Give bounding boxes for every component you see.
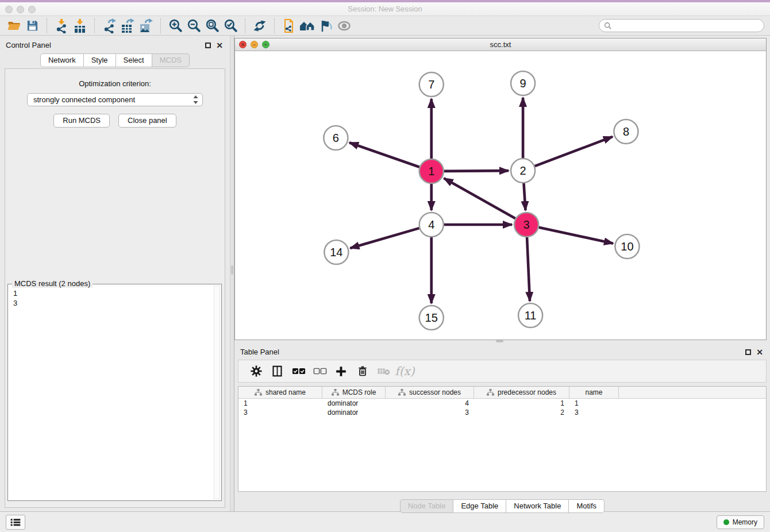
svg-text:15: 15 — [425, 311, 438, 324]
graph-node-3[interactable]: 3 — [514, 213, 538, 237]
table-row[interactable]: 3dominator323 — [238, 408, 766, 417]
optimization-criterion-label: Optimization criterion: — [5, 79, 225, 88]
table-cell[interactable]: 3 — [386, 408, 474, 417]
table-row[interactable]: 1dominator411 — [238, 399, 766, 408]
float-panel-icon[interactable] — [205, 43, 211, 48]
graph-node-7[interactable]: 7 — [419, 72, 444, 97]
table-cell[interactable]: 3 — [238, 408, 322, 417]
network-window-titlebar[interactable]: ✕ − + scc.txt — [235, 38, 766, 51]
table-cell[interactable]: dominator — [322, 399, 386, 407]
network-graph[interactable]: 7968124314101511 — [235, 51, 766, 340]
graph-node-9[interactable]: 9 — [511, 71, 535, 95]
criterion-select[interactable]: strongly connected component — [27, 93, 203, 106]
maximize-window-button[interactable] — [28, 6, 36, 13]
close-window-button[interactable] — [5, 6, 13, 13]
zoom-fit-icon[interactable] — [203, 18, 221, 34]
split-columns-icon[interactable] — [267, 365, 288, 377]
column-header-successor-nodes[interactable]: successor nodes — [386, 387, 474, 398]
svg-text:14: 14 — [330, 246, 342, 259]
table-cell[interactable]: 1 — [474, 399, 569, 407]
network-minimize-button[interactable]: − — [251, 41, 258, 48]
save-session-icon[interactable] — [23, 18, 41, 34]
toolbar-separator — [160, 18, 161, 33]
graph-node-10[interactable]: 10 — [615, 234, 639, 259]
graph-node-1[interactable]: 1 — [419, 159, 444, 183]
table-cell[interactable]: 2 — [474, 408, 569, 417]
table-cell[interactable]: 3 — [569, 408, 619, 417]
window-traffic-lights[interactable] — [5, 6, 36, 13]
tab-style[interactable]: Style — [84, 53, 116, 67]
tab-node-table[interactable]: Node Table — [400, 499, 454, 513]
network-canvas[interactable]: 7968124314101511 — [235, 51, 766, 340]
first-neighbors-icon[interactable] — [298, 18, 317, 34]
list-icon — [10, 517, 21, 527]
tab-edge-table[interactable]: Edge Table — [453, 499, 506, 513]
select-all-columns-icon[interactable] — [288, 367, 309, 375]
graph-edge-3-1[interactable] — [444, 178, 515, 218]
search-box[interactable] — [599, 19, 764, 32]
table-cell[interactable]: dominator — [322, 408, 386, 417]
run-mcds-button[interactable]: Run MCDS — [53, 114, 110, 128]
graph-node-11[interactable]: 11 — [518, 303, 542, 327]
export-image-icon[interactable] — [137, 18, 155, 34]
tab-mcds[interactable]: MCDS — [152, 53, 190, 67]
graph-edge-1-6[interactable] — [349, 142, 419, 167]
graph-node-14[interactable]: 14 — [324, 240, 348, 264]
divider-handle[interactable] — [231, 265, 233, 275]
import-network-icon[interactable] — [52, 18, 71, 34]
column-header-predecessor-nodes[interactable]: predecessor nodes — [474, 387, 569, 398]
graph-node-15[interactable]: 15 — [419, 306, 444, 330]
graph-edge-1-2[interactable] — [444, 171, 509, 171]
graph-node-8[interactable]: 8 — [614, 119, 638, 144]
graph-node-6[interactable]: 6 — [324, 126, 348, 150]
graph-node-4[interactable]: 4 — [419, 213, 444, 237]
column-header-MCDS-role[interactable]: MCDS role — [322, 387, 386, 398]
graph-edge-2-3[interactable] — [523, 183, 525, 210]
panel-divider-vertical[interactable] — [230, 36, 234, 511]
tab-network[interactable]: Network — [40, 53, 84, 67]
column-header-shared-name[interactable]: shared name — [238, 387, 322, 398]
minimize-window-button[interactable] — [17, 6, 24, 13]
new-network-from-selection-icon[interactable] — [280, 18, 298, 34]
table-cell[interactable]: 1 — [238, 399, 322, 407]
tab-motifs[interactable]: Motifs — [569, 499, 605, 513]
panel-list-button[interactable] — [6, 515, 25, 530]
export-network-icon[interactable] — [100, 18, 118, 34]
export-table-icon[interactable] — [118, 18, 137, 34]
svg-text:6: 6 — [333, 132, 339, 144]
table-panel-title: Table Panel — [240, 348, 279, 356]
hide-selected-icon[interactable] — [317, 18, 335, 34]
show-all-icon[interactable] — [335, 18, 353, 34]
table-settings-icon[interactable] — [245, 365, 267, 377]
zoom-selected-icon[interactable] — [221, 18, 240, 34]
tab-network-table[interactable]: Network Table — [506, 499, 569, 513]
zoom-out-icon[interactable] — [184, 18, 203, 34]
refresh-icon[interactable] — [251, 18, 269, 34]
add-column-icon[interactable] — [330, 365, 352, 377]
close-panel-icon[interactable]: ✕ — [756, 349, 763, 355]
result-scrollbar[interactable] — [214, 286, 220, 499]
float-panel-icon[interactable] — [745, 349, 751, 355]
import-table-icon[interactable] — [71, 18, 89, 34]
tab-select[interactable]: Select — [116, 53, 152, 67]
close-panel-icon[interactable]: ✕ — [216, 43, 223, 48]
table-cell[interactable]: 4 — [386, 399, 474, 407]
column-header-name[interactable]: name — [569, 387, 619, 398]
open-session-icon[interactable] — [5, 18, 23, 34]
table-panel-header: Table Panel ✕ — [234, 342, 770, 356]
delete-column-icon[interactable] — [352, 365, 373, 377]
graph-node-2[interactable]: 2 — [511, 159, 535, 183]
main-area: Control Panel ✕ NetworkStyleSelectMCDS O… — [0, 36, 770, 511]
zoom-in-icon[interactable] — [166, 18, 184, 34]
graph-edge-2-8[interactable] — [535, 137, 613, 166]
network-maximize-button[interactable]: + — [262, 41, 270, 48]
search-input[interactable] — [615, 22, 759, 30]
memory-button[interactable]: Memory — [717, 515, 764, 529]
table-cell[interactable]: 1 — [569, 399, 619, 407]
network-close-button[interactable]: ✕ — [239, 41, 247, 48]
graph-edge-3-11[interactable] — [527, 237, 530, 301]
unselect-all-columns-icon[interactable] — [309, 367, 330, 375]
close-panel-button[interactable]: Close panel — [118, 114, 176, 128]
graph-edge-3-10[interactable] — [539, 228, 613, 244]
graph-edge-4-14[interactable] — [350, 228, 419, 248]
